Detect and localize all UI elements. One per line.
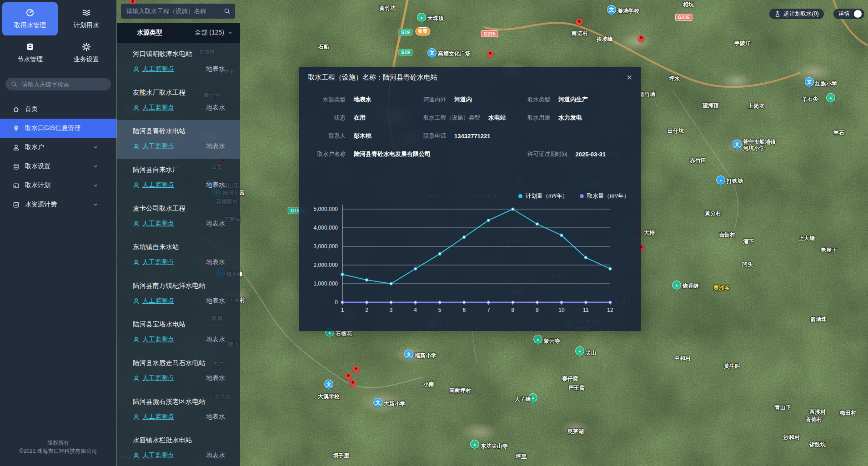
person-icon [133,414,140,421]
monitor-type-link[interactable]: 人工监测点 [133,451,174,460]
map-label: 羊石 [833,130,844,136]
school-pin-icon: 文 [326,381,331,388]
sidebar-item-user[interactable]: 取水户 [0,138,116,157]
field-河道内外: 河道内外河道内 [423,90,472,109]
doc-icon [25,42,35,51]
monitor-type-link[interactable]: 人工监测点 [133,104,174,112]
map-pin-green[interactable]: ▲ [417,13,426,22]
map-pin-blue[interactable]: ● [716,175,725,185]
svg-text:3,000,000: 3,000,000 [314,243,338,250]
map-pin-green[interactable]: ▲ [826,93,835,102]
facility-marker-icon[interactable] [638,35,645,42]
facility-list-item[interactable]: 陆河县激石溪老区水电站人工监测点地表水 [117,391,240,429]
monitor-type-link[interactable]: 人工监测点 [133,65,174,73]
module-gear[interactable]: 业务设置 [59,36,114,70]
facility-list-item[interactable]: 水唇镇水栏肚水电站人工监测点地表水 [117,429,240,466]
sidebar-item-chart[interactable]: 水资源计费 [0,195,116,214]
facility-marker-icon[interactable] [576,19,583,25]
map-pin-school[interactable]: 文 [607,5,616,14]
svg-text:11: 11 [583,307,589,313]
module-label: 计划用水 [74,21,99,30]
close-icon[interactable]: × [627,73,632,82]
sidebar-item-label: 首页 [25,105,38,113]
facility-list-item[interactable]: 友能水厂取水工程人工监测点地表水 [117,81,240,120]
sidebar-item-home[interactable]: 首页 [0,100,116,119]
facility-list-item[interactable]: 陆河县南万镇杞洋水电站人工监测点地表水 [117,275,240,313]
monitor-type-link[interactable]: 人工监测点 [133,374,174,382]
module-gauge[interactable]: 取用水管理 [2,2,58,35]
green-pin-icon: ▲ [473,442,477,446]
facility-marker-icon[interactable] [353,366,360,373]
facility-list-item[interactable]: 陆河县水唇走马石水电站人工监测点地表水 [117,352,240,391]
sidebar-search[interactable] [5,78,111,90]
toggle-knob[interactable] [854,10,862,18]
map-label: 大排 [644,230,655,236]
map-pin-green[interactable]: ▲ [575,346,584,356]
svg-text:10: 10 [558,307,565,313]
monitor-type-link[interactable]: 人工监测点 [133,258,174,266]
map-label: 思茅湖 [567,428,584,435]
facility-list-item[interactable]: 陆河县青砼水电站人工监测点地表水 [117,120,240,159]
search-icon [11,81,17,87]
map-pin-school[interactable]: 文 [324,380,333,389]
svg-text:5,000,000: 5,000,000 [314,206,338,212]
sidebar-item-label: 取水户 [25,143,44,151]
map-pin-school[interactable]: 文 [404,350,413,359]
card-icon [13,182,20,189]
detail-toggle[interactable]: 详情 [833,9,864,19]
sidebar-item-card[interactable]: 取水计划 [0,176,116,195]
person-icon [133,298,140,305]
map-pin-school[interactable]: 文 [733,140,742,149]
map-label: 黄沙乡 [713,285,730,291]
facility-list-item[interactable]: 麦卡公司取水工程人工监测点地表水 [117,197,240,236]
map-pin-green[interactable]: ▲ [672,281,681,290]
modal-title: 取水工程（设施）名称：陆河县青砼水电站 [308,73,437,82]
map-label: 黄分村 [705,210,721,216]
facility-name: 陆河县宝塔水电站 [133,320,225,329]
school-pin-icon: 文 [609,6,614,13]
facility-marker-icon[interactable] [345,373,352,380]
sidebar-item-label: 取水口GIS信息管理 [25,124,80,132]
map-pin-school[interactable]: 文 [805,77,814,86]
module-doc[interactable]: 节水管理 [2,36,58,70]
monitor-type-link[interactable]: 人工监测点 [133,413,174,421]
map-pin-green[interactable]: ▲ [533,335,542,344]
module-waves[interactable]: 计划用水 [59,2,114,35]
search-icon[interactable] [224,8,231,15]
source-type-filter[interactable]: 全部 (125) [195,29,233,37]
map-label: 芋陂洋 [734,40,751,46]
sidebar-item-pin[interactable]: 取水口GIS信息管理 [0,119,116,138]
map-label: 箭塘珠 [810,316,827,322]
sidebar-item-db[interactable]: 取水设置 [0,157,116,176]
facility-list-item[interactable]: 陆河县自来水厂人工监测点地表水 [117,159,240,197]
field-取水类型: 取水类型河道内生产 [527,90,588,109]
facility-name: 水唇镇水栏肚水电站 [133,436,225,445]
monitor-type-link[interactable]: 人工监测点 [133,336,174,344]
facility-list-item[interactable]: 河口镇唱歌潭水电站人工监测点地表水 [117,43,240,81]
monitor-type-link[interactable]: 人工监测点 [133,297,174,305]
school-pin-icon: 文 [406,351,411,358]
pin-icon [13,125,20,132]
map-label: 坪里 [516,453,527,460]
field-label: 取水工程（设施）类型 [423,114,480,122]
map-pin-green[interactable]: ▲ [470,440,479,449]
monitor-type-link[interactable]: 人工监测点 [133,181,174,189]
sidebar-search-input[interactable] [21,80,105,88]
monitor-type-link[interactable]: 人工监测点 [133,220,174,228]
facility-list-item[interactable]: 陆河县宝塔水电站人工监测点地表水 [117,313,240,352]
over-plan-alert-button[interactable]: 超计划取水(0) [769,9,824,19]
water-source-label: 地表水 [206,220,225,228]
map-pin-culture[interactable]: 文 [427,48,437,57]
filter-label: 水源类型 [137,29,162,37]
chevron-down-icon [227,30,233,35]
map-pin-school[interactable]: 文 [373,398,382,407]
facility-marker-icon[interactable] [350,380,356,386]
map-label: 南进村 [572,30,588,36]
green-pin-icon: ▲ [675,283,678,287]
field-取水用途: 取水用途水力发电 [527,109,582,127]
facility-list-item[interactable]: 东坑镇自来水站人工监测点地表水 [117,236,240,275]
facility-search[interactable] [121,4,235,19]
facility-marker-icon[interactable] [487,50,494,57]
facility-search-input[interactable] [125,7,224,15]
monitor-type-link[interactable]: 人工监测点 [133,142,174,150]
